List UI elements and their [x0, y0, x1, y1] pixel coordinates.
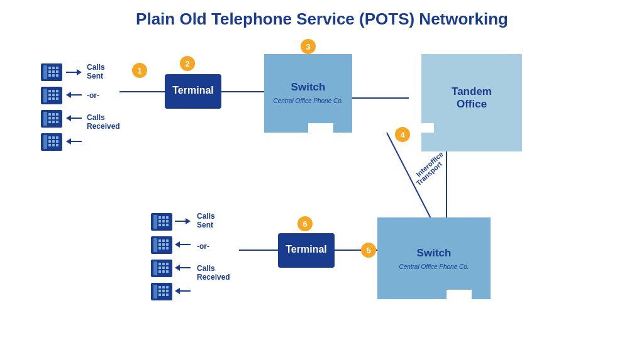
svg-text:Received: Received — [87, 122, 120, 131]
svg-rect-40 — [52, 121, 55, 123]
svg-rect-127 — [166, 286, 169, 288]
svg-rect-124 — [153, 285, 157, 299]
svg-text:Office: Office — [457, 98, 487, 110]
svg-text:5: 5 — [366, 246, 370, 255]
svg-rect-13 — [52, 70, 55, 73]
svg-marker-66 — [264, 54, 352, 133]
svg-rect-28 — [52, 97, 55, 100]
svg-rect-94 — [166, 220, 169, 222]
svg-rect-103 — [166, 239, 169, 242]
svg-rect-117 — [162, 266, 165, 269]
diagram-area: Calls Sent -or- Calls Received 1 Termina… — [19, 35, 625, 343]
svg-rect-121 — [166, 270, 169, 273]
svg-rect-49 — [52, 140, 55, 143]
svg-rect-90 — [162, 216, 165, 219]
svg-rect-118 — [166, 266, 169, 269]
svg-rect-116 — [158, 266, 161, 269]
svg-text:Tandem: Tandem — [452, 85, 492, 97]
svg-rect-104 — [158, 243, 161, 246]
svg-rect-38 — [56, 117, 58, 119]
svg-rect-114 — [162, 263, 165, 265]
svg-rect-89 — [158, 216, 161, 219]
svg-rect-47 — [56, 136, 58, 139]
svg-rect-109 — [166, 247, 169, 250]
diagram-svg: Calls Sent -or- Calls Received 1 Termina… — [19, 35, 625, 331]
svg-rect-21 — [48, 90, 51, 92]
svg-rect-26 — [56, 94, 58, 96]
svg-text:Calls: Calls — [197, 212, 215, 221]
svg-rect-91 — [166, 216, 169, 219]
svg-text:Terminal: Terminal — [172, 85, 214, 96]
svg-rect-22 — [52, 90, 55, 92]
svg-rect-50 — [56, 140, 58, 143]
svg-rect-133 — [166, 293, 169, 296]
svg-rect-29 — [56, 97, 58, 100]
svg-rect-44 — [43, 135, 47, 149]
svg-rect-45 — [48, 136, 51, 139]
svg-rect-10 — [52, 67, 55, 69]
svg-marker-110 — [175, 241, 191, 248]
svg-marker-30 — [66, 92, 82, 98]
svg-rect-32 — [43, 112, 47, 126]
svg-rect-8 — [43, 65, 47, 79]
svg-text:-or-: -or- — [197, 242, 209, 251]
svg-rect-119 — [158, 270, 161, 273]
svg-rect-36 — [48, 117, 51, 119]
svg-rect-24 — [48, 94, 51, 96]
svg-rect-52 — [52, 144, 55, 146]
svg-rect-35 — [56, 113, 58, 116]
svg-rect-120 — [162, 270, 165, 273]
svg-rect-95 — [158, 224, 161, 226]
svg-text:Central Office Phone Co.: Central Office Phone Co. — [273, 97, 343, 104]
svg-rect-96 — [162, 224, 165, 226]
svg-rect-132 — [162, 293, 165, 296]
svg-rect-11 — [56, 67, 58, 69]
svg-marker-42 — [66, 115, 82, 121]
svg-rect-33 — [48, 113, 51, 116]
svg-rect-48 — [48, 140, 51, 143]
svg-rect-14 — [56, 70, 58, 73]
svg-text:Sent: Sent — [197, 221, 213, 229]
svg-rect-39 — [48, 121, 51, 123]
svg-rect-46 — [52, 136, 55, 139]
svg-rect-97 — [166, 224, 169, 226]
svg-rect-115 — [166, 263, 169, 265]
svg-text:2: 2 — [185, 59, 189, 69]
page-title: Plain Old Telephone Service (POTS) Netwo… — [19, 6, 625, 29]
svg-rect-12 — [48, 70, 51, 73]
svg-rect-130 — [166, 290, 169, 292]
svg-rect-131 — [158, 293, 161, 296]
svg-rect-128 — [158, 290, 161, 292]
svg-rect-37 — [52, 117, 55, 119]
svg-text:3: 3 — [306, 42, 310, 52]
svg-text:Central Office Phone Co.: Central Office Phone Co. — [399, 263, 469, 270]
svg-rect-92 — [158, 220, 161, 222]
svg-rect-34 — [52, 113, 55, 116]
svg-rect-17 — [56, 74, 58, 77]
svg-rect-102 — [162, 239, 165, 242]
svg-rect-16 — [52, 74, 55, 77]
svg-rect-107 — [158, 247, 161, 250]
svg-rect-106 — [166, 243, 169, 246]
svg-rect-20 — [43, 89, 47, 102]
svg-rect-53 — [56, 144, 58, 146]
diagram-container: Plain Old Telephone Service (POTS) Netwo… — [0, 0, 644, 362]
svg-text:1: 1 — [137, 66, 142, 75]
svg-rect-129 — [162, 290, 165, 292]
svg-rect-113 — [158, 263, 161, 265]
svg-text:-or-: -or- — [87, 91, 99, 100]
svg-rect-9 — [48, 67, 51, 69]
svg-rect-100 — [153, 238, 157, 252]
svg-marker-18 — [66, 69, 82, 75]
svg-text:4: 4 — [400, 130, 405, 140]
svg-text:Switch: Switch — [417, 247, 452, 259]
svg-rect-125 — [158, 286, 161, 288]
svg-rect-88 — [153, 215, 157, 229]
svg-rect-23 — [56, 90, 58, 92]
svg-marker-122 — [175, 265, 191, 271]
svg-text:Calls: Calls — [87, 113, 105, 122]
svg-marker-54 — [66, 138, 82, 145]
svg-text:6: 6 — [303, 219, 307, 229]
svg-rect-15 — [48, 74, 51, 77]
svg-text:Sent: Sent — [87, 72, 103, 80]
